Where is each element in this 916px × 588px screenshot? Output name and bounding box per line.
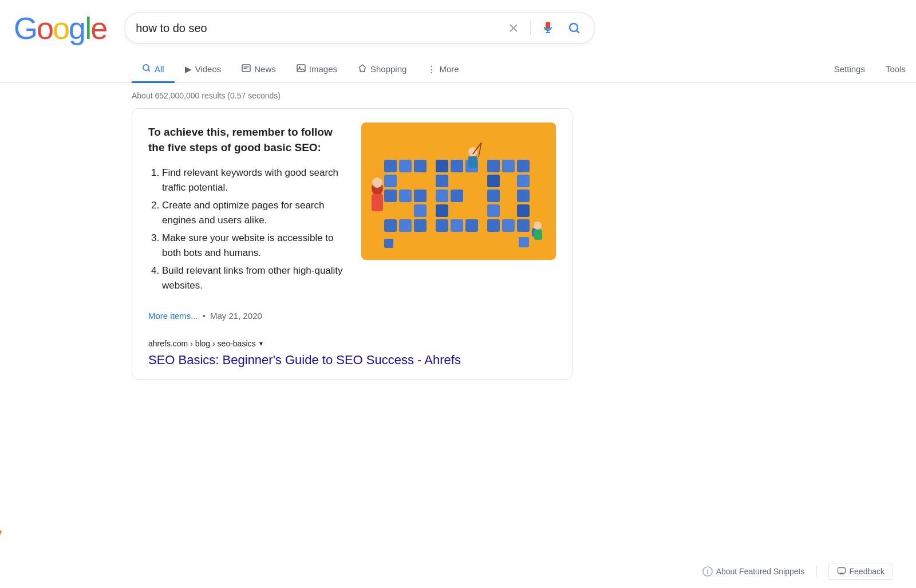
tab-shopping[interactable]: Shopping <box>348 57 417 83</box>
images-icon <box>297 64 306 74</box>
search-icons <box>505 19 583 37</box>
svg-rect-39 <box>384 239 393 248</box>
bottom-bar: About Featured Snippets Feedback <box>0 555 916 588</box>
feedback-label: Feedback <box>850 567 885 576</box>
svg-point-4 <box>299 66 301 68</box>
svg-rect-28 <box>502 160 515 172</box>
svg-rect-13 <box>414 204 427 217</box>
all-icon <box>142 64 151 74</box>
tab-all[interactable]: All <box>132 57 175 83</box>
svg-rect-46 <box>468 156 477 168</box>
header: Google how to do seo <box>0 0 916 46</box>
snippet-date: May 21, 2020 <box>210 311 262 321</box>
feedback-icon <box>837 567 846 576</box>
svg-rect-24 <box>436 219 448 232</box>
svg-rect-50 <box>534 230 542 240</box>
feedback-button[interactable]: Feedback <box>828 563 893 580</box>
svg-rect-16 <box>414 219 427 232</box>
svg-rect-52 <box>838 568 845 574</box>
svg-rect-11 <box>399 190 412 202</box>
snippet-list: Find relevant keywords with good search … <box>148 165 348 293</box>
svg-rect-20 <box>436 175 448 187</box>
svg-rect-17 <box>436 160 448 172</box>
search-bar[interactable]: how to do seo <box>125 13 594 44</box>
svg-point-0 <box>570 23 578 31</box>
svg-rect-29 <box>517 160 530 172</box>
svg-point-49 <box>534 222 542 230</box>
tab-news[interactable]: News <box>231 57 286 83</box>
source-breadcrumb: ahrefs.com › blog › seo-basics <box>148 339 256 348</box>
tab-shopping-label: Shopping <box>370 64 406 74</box>
more-icon: ⋮ <box>427 64 436 74</box>
tab-images[interactable]: Images <box>286 57 348 83</box>
nav-right: Settings Tools <box>824 57 916 82</box>
seo-illustration <box>361 123 556 260</box>
svg-rect-12 <box>414 190 427 202</box>
svg-rect-23 <box>436 204 448 217</box>
footer-dot: • <box>203 311 206 321</box>
tab-videos-label: Videos <box>195 64 222 74</box>
about-snippets[interactable]: About Featured Snippets <box>702 566 805 577</box>
featured-snippet: To achieve this, remember to follow the … <box>132 108 572 380</box>
svg-rect-21 <box>436 190 448 202</box>
tab-images-label: Images <box>309 64 337 74</box>
bottom-divider <box>816 566 817 577</box>
svg-rect-38 <box>517 219 530 232</box>
annotation-arrow <box>0 417 29 551</box>
videos-icon: ▶ <box>185 64 192 74</box>
list-item: Build relevant links from other high-qua… <box>162 263 348 293</box>
svg-rect-22 <box>451 190 463 202</box>
settings-link[interactable]: Settings <box>824 57 875 82</box>
svg-rect-3 <box>297 65 305 72</box>
svg-rect-10 <box>384 190 397 202</box>
snippet-footer: More items... • May 21, 2020 <box>148 303 348 331</box>
voice-search-button[interactable] <box>539 19 557 37</box>
news-icon <box>242 64 251 74</box>
svg-rect-25 <box>451 219 463 232</box>
svg-rect-2 <box>242 65 250 72</box>
svg-rect-30 <box>487 175 500 187</box>
tab-news-label: News <box>254 64 276 74</box>
search-input[interactable]: how to do seo <box>136 22 498 35</box>
list-item: Make sure your website is accessible to … <box>162 231 348 260</box>
svg-rect-36 <box>487 219 500 232</box>
main-content: To achieve this, remember to follow the … <box>0 108 572 380</box>
svg-point-44 <box>372 177 382 188</box>
snippet-content: To achieve this, remember to follow the … <box>148 125 556 331</box>
svg-rect-18 <box>451 160 463 172</box>
svg-rect-37 <box>502 219 515 232</box>
svg-rect-40 <box>519 237 529 247</box>
svg-rect-31 <box>517 175 530 187</box>
svg-rect-8 <box>414 160 427 172</box>
svg-rect-6 <box>384 160 397 172</box>
svg-rect-27 <box>487 160 500 172</box>
nav-tabs: All ▶ Videos News Images Shopp <box>0 49 916 83</box>
tab-all-label: All <box>155 64 164 74</box>
snippet-source: ahrefs.com › blog › seo-basics ▾ <box>148 331 556 353</box>
svg-rect-9 <box>384 175 397 187</box>
search-submit-button[interactable] <box>565 19 583 37</box>
svg-rect-35 <box>517 204 530 217</box>
result-title-link[interactable]: SEO Basics: Beginner's Guide to SEO Succ… <box>148 353 556 379</box>
tab-videos[interactable]: ▶ Videos <box>175 57 232 83</box>
about-snippets-label: About Featured Snippets <box>716 567 805 576</box>
tab-more[interactable]: ⋮ More <box>417 57 469 83</box>
svg-rect-34 <box>487 204 500 217</box>
more-items-link[interactable]: More items... <box>148 311 198 321</box>
google-logo: Google <box>14 10 106 46</box>
tools-link[interactable]: Tools <box>875 57 916 82</box>
svg-rect-33 <box>517 190 530 202</box>
list-item: Create and optimize pages for search eng… <box>162 198 348 227</box>
list-item: Find relevant keywords with good search … <box>162 165 348 195</box>
shopping-icon <box>358 64 367 74</box>
tab-more-label: More <box>439 64 459 74</box>
svg-rect-14 <box>384 219 397 232</box>
source-dropdown-icon[interactable]: ▾ <box>259 340 263 348</box>
info-icon <box>702 566 713 577</box>
svg-rect-32 <box>487 190 500 202</box>
svg-rect-7 <box>399 160 412 172</box>
svg-rect-26 <box>465 219 478 232</box>
snippet-title: To achieve this, remember to follow the … <box>148 125 348 155</box>
clear-button[interactable] <box>505 19 522 37</box>
search-divider <box>530 21 531 35</box>
